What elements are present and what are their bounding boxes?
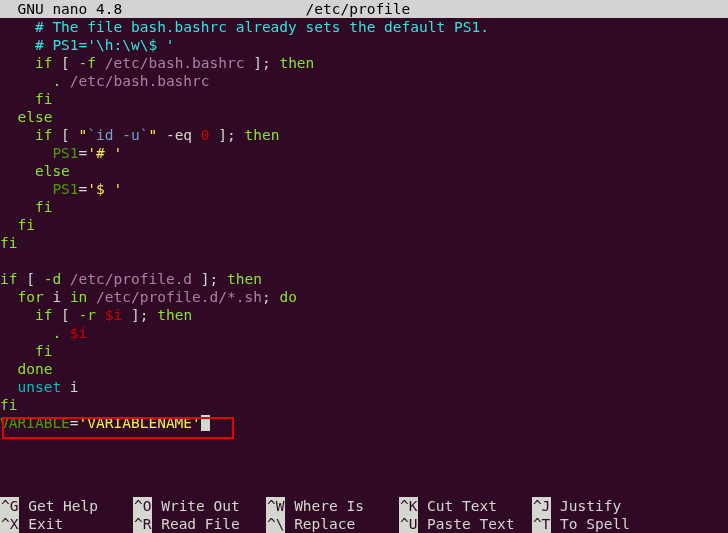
title-bar: GNU nano 4.8 /etc/profile — [0, 0, 728, 18]
code-line: fi — [0, 342, 728, 360]
shortcut-item[interactable]: ^T To Spell — [532, 515, 630, 533]
code-line: . /etc/bash.bashrc — [0, 72, 728, 90]
code-line: if [ -f /etc/bash.bashrc ]; then — [0, 54, 728, 72]
code-line: fi — [0, 234, 728, 252]
shortcut-key: ^K — [399, 497, 418, 515]
code-line: if [ -d /etc/profile.d ]; then — [0, 270, 728, 288]
shortcut-item[interactable]: ^\ Replace — [266, 515, 399, 533]
code-line: unset i — [0, 378, 728, 396]
code-line: else — [0, 162, 728, 180]
code-line: else — [0, 108, 728, 126]
shortcut-item[interactable]: ^G Get Help — [0, 497, 133, 515]
shortcut-label: Write Out — [152, 498, 266, 514]
code-line: fi — [0, 396, 728, 414]
code-line: if [ "`id -u`" -eq 0 ]; then — [0, 126, 728, 144]
shortcut-label: Read File — [152, 516, 266, 532]
shortcut-key: ^W — [266, 497, 285, 515]
code-line: # The file bash.bashrc already sets the … — [0, 18, 728, 36]
code-line: # PS1='\h:\w\$ ' — [0, 36, 728, 54]
code-line — [0, 252, 728, 270]
shortcut-row: ^X Exit ^R Read File ^\ Replace ^U Paste… — [0, 515, 728, 533]
cursor — [201, 415, 210, 431]
shortcut-item[interactable]: ^U Paste Text — [399, 515, 532, 533]
code-line: fi — [0, 198, 728, 216]
shortcut-item[interactable]: ^R Read File — [133, 515, 266, 533]
shortcut-item[interactable]: ^O Write Out — [133, 497, 266, 515]
code-line: fi — [0, 90, 728, 108]
code-line: done — [0, 360, 728, 378]
shortcut-label: Paste Text — [418, 516, 532, 532]
code-line: . $i — [0, 324, 728, 342]
shortcut-item[interactable]: ^K Cut Text — [399, 497, 532, 515]
shortcut-label: Exit — [19, 516, 133, 532]
shortcut-key: ^R — [133, 515, 152, 533]
file-path: /etc/profile — [306, 1, 411, 17]
shortcut-bar: ^G Get Help ^O Write Out ^W Where Is ^K … — [0, 497, 728, 533]
code-line: fi — [0, 216, 728, 234]
shortcut-key: ^O — [133, 497, 152, 515]
editor-area[interactable]: # The file bash.bashrc already sets the … — [0, 18, 728, 432]
shortcut-label: Cut Text — [418, 498, 532, 514]
shortcut-label: Where Is — [285, 498, 399, 514]
shortcut-item[interactable]: ^J Justify — [532, 497, 621, 515]
shortcut-label: Get Help — [19, 498, 133, 514]
code-line: if [ -r $i ]; then — [0, 306, 728, 324]
shortcut-label: Replace — [285, 516, 399, 532]
shortcut-key: ^U — [399, 515, 418, 533]
code-line: for i in /etc/profile.d/*.sh; do — [0, 288, 728, 306]
shortcut-row: ^G Get Help ^O Write Out ^W Where Is ^K … — [0, 497, 728, 515]
shortcut-key: ^J — [532, 497, 551, 515]
shortcut-key: ^X — [0, 515, 19, 533]
shortcut-key: ^\ — [266, 515, 285, 533]
shortcut-label: Justify — [551, 498, 621, 514]
shortcut-key: ^G — [0, 497, 19, 515]
code-line: PS1='# ' — [0, 144, 728, 162]
shortcut-key: ^T — [532, 515, 551, 533]
shortcut-label: To Spell — [551, 516, 630, 532]
shortcut-item[interactable]: ^W Where Is — [266, 497, 399, 515]
code-line: PS1='$ ' — [0, 180, 728, 198]
app-name: GNU nano 4.8 — [0, 1, 122, 17]
code-line: VARIABLE='VARIABLENAME' — [0, 414, 728, 432]
shortcut-item[interactable]: ^X Exit — [0, 515, 133, 533]
